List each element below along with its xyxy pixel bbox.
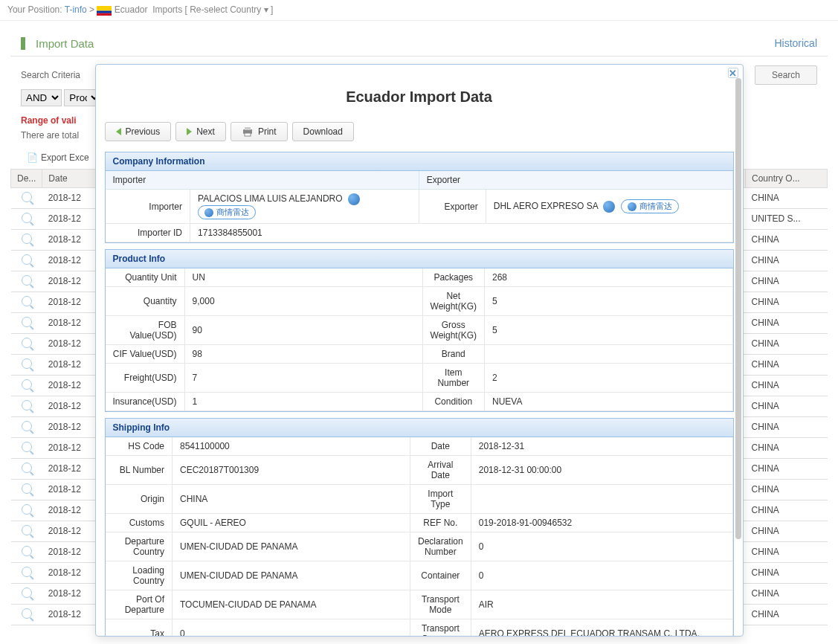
kv-row: Port Of DepartureTOCUMEN-CIUDAD DE PANAM… — [106, 590, 733, 619]
kv-value: 019-2018-91-00946532 — [471, 514, 732, 532]
radar-pill[interactable]: 商情雷达 — [198, 205, 256, 219]
kv-row: OriginCHINAImport Type — [106, 485, 733, 514]
kv-value: AERO EXPRESS DEL ECUADOR TRANSAM C. LTDA… — [471, 619, 732, 636]
kv-label: FOB Value(USD) — [106, 316, 185, 345]
kv-label: Loading Country — [106, 561, 173, 590]
kv-label: Container — [410, 561, 471, 590]
importer-id-value: 1713384855001 — [190, 224, 732, 242]
kv-label: Transport Company — [410, 619, 471, 636]
kv-label: Customs — [106, 514, 173, 532]
print-button[interactable]: Print — [231, 122, 288, 141]
kv-label: Date — [410, 437, 471, 456]
kv-value — [485, 345, 733, 364]
arrow-left-icon — [116, 128, 121, 135]
kv-value: 2 — [485, 364, 733, 393]
kv-label: BL Number — [106, 456, 173, 485]
globe-icon[interactable] — [603, 201, 615, 213]
product-section-header: Product Info — [106, 250, 733, 268]
importer-id-label: Importer ID — [106, 224, 190, 242]
kv-label: Departure Country — [106, 532, 173, 561]
kv-label: Quantity — [106, 287, 185, 316]
svg-rect-5 — [245, 133, 251, 136]
shipping-section: Shipping Info HS Code8541100000Date2018-… — [105, 418, 734, 636]
product-section: Product Info Quantity UnitUNPackages268Q… — [105, 249, 734, 412]
kv-value: 0 — [471, 561, 732, 590]
exporter-value: DHL AERO EXPRESO SA 商情雷达 — [486, 190, 732, 224]
kv-row: Loading CountryUMEN-CIUDAD DE PANAMACont… — [106, 561, 733, 590]
shipping-section-header: Shipping Info — [106, 419, 733, 437]
download-button[interactable]: Download — [292, 122, 354, 141]
detail-dialog: ✕ Ecuador Import Data Previous Next Prin… — [95, 64, 744, 636]
kv-label: Insurance(USD) — [106, 393, 185, 411]
kv-row: Departure CountryUMEN-CIUDAD DE PANAMADe… — [106, 532, 733, 561]
kv-value: UMEN-CIUDAD DE PANAMA — [173, 532, 410, 561]
dialog-overlay: ✕ Ecuador Import Data Previous Next Prin… — [0, 0, 838, 636]
kv-value: TOCUMEN-CIUDAD DE PANAMA — [173, 590, 410, 619]
kv-value: 1 — [184, 393, 422, 411]
dialog-toolbar: Previous Next Print Download — [105, 122, 734, 141]
kv-label: Packages — [422, 268, 484, 287]
importer-label: Importer — [106, 190, 190, 224]
kv-row: FOB Value(USD)90Gross Weight(KG)5 — [106, 316, 733, 345]
kv-value: 8541100000 — [173, 437, 410, 456]
kv-label: Arrival Date — [410, 456, 471, 485]
kv-value: 5 — [485, 287, 733, 316]
kv-row: CIF Value(USD)98Brand — [106, 345, 733, 364]
kv-row: Quantity9,000Net Weight(KG)5 — [106, 287, 733, 316]
svg-rect-4 — [245, 127, 251, 130]
kv-value: 0 — [173, 619, 410, 636]
company-section: Company Information Importer Exporter Im… — [105, 152, 734, 243]
kv-label: HS Code — [106, 437, 173, 456]
close-icon[interactable]: ✕ — [728, 68, 738, 78]
kv-value: GQUIL - AEREO — [173, 514, 410, 532]
kv-row: Quantity UnitUNPackages268 — [106, 268, 733, 287]
next-button[interactable]: Next — [175, 122, 226, 141]
arrow-right-icon — [187, 128, 192, 135]
kv-row: Insurance(USD)1ConditionNUEVA — [106, 393, 733, 411]
kv-row: CustomsGQUIL - AEREOREF No.019-2018-91-0… — [106, 514, 733, 532]
globe-icon[interactable] — [348, 193, 360, 205]
previous-button[interactable]: Previous — [105, 122, 172, 141]
kv-label: Quantity Unit — [106, 268, 185, 287]
kv-label: Item Number — [422, 364, 484, 393]
kv-value: UN — [184, 268, 422, 287]
kv-label: Freight(USD) — [106, 364, 185, 393]
kv-value: AIR — [471, 590, 732, 619]
kv-label: Gross Weight(KG) — [422, 316, 484, 345]
kv-value: 98 — [184, 345, 422, 364]
importer-value: PALACIOS LIMA LUIS ALEJANDRO 商情雷达 — [190, 190, 419, 224]
kv-label: Import Type — [410, 485, 471, 514]
kv-value: 2018-12-31 — [471, 437, 732, 456]
kv-value: 2018-12-31 00:00:00 — [471, 456, 732, 485]
kv-label: Transport Mode — [410, 590, 471, 619]
dialog-scrollbar[interactable] — [735, 78, 741, 634]
printer-icon — [242, 126, 254, 137]
kv-value: 90 — [184, 316, 422, 345]
kv-value: 268 — [485, 268, 733, 287]
kv-label: Declaration Number — [410, 532, 471, 561]
kv-row: BL NumberCEC20187T001309Arrival Date2018… — [106, 456, 733, 485]
kv-value — [471, 485, 732, 514]
kv-row: HS Code8541100000Date2018-12-31 — [106, 437, 733, 456]
kv-value: NUEVA — [485, 393, 733, 411]
dialog-title: Ecuador Import Data — [105, 65, 734, 122]
kv-label: CIF Value(USD) — [106, 345, 185, 364]
radar-pill[interactable]: 商情雷达 — [621, 199, 679, 213]
kv-value: 7 — [184, 364, 422, 393]
kv-label: Tax — [106, 619, 173, 636]
kv-value: 0 — [471, 532, 732, 561]
kv-label: Net Weight(KG) — [422, 287, 484, 316]
kv-value: CHINA — [173, 485, 410, 514]
kv-label: Condition — [422, 393, 484, 411]
kv-row: Tax0Transport CompanyAERO EXPRESS DEL EC… — [106, 619, 733, 636]
kv-value: CEC20187T001309 — [173, 456, 410, 485]
kv-row: Freight(USD)7Item Number2 — [106, 364, 733, 393]
kv-value: 5 — [485, 316, 733, 345]
exporter-header: Exporter — [419, 171, 732, 190]
importer-header: Importer — [106, 171, 419, 190]
company-section-header: Company Information — [106, 152, 733, 171]
kv-value: UMEN-CIUDAD DE PANAMA — [173, 561, 410, 590]
kv-value: 9,000 — [184, 287, 422, 316]
exporter-label: Exporter — [419, 190, 486, 224]
kv-label: Port Of Departure — [106, 590, 173, 619]
